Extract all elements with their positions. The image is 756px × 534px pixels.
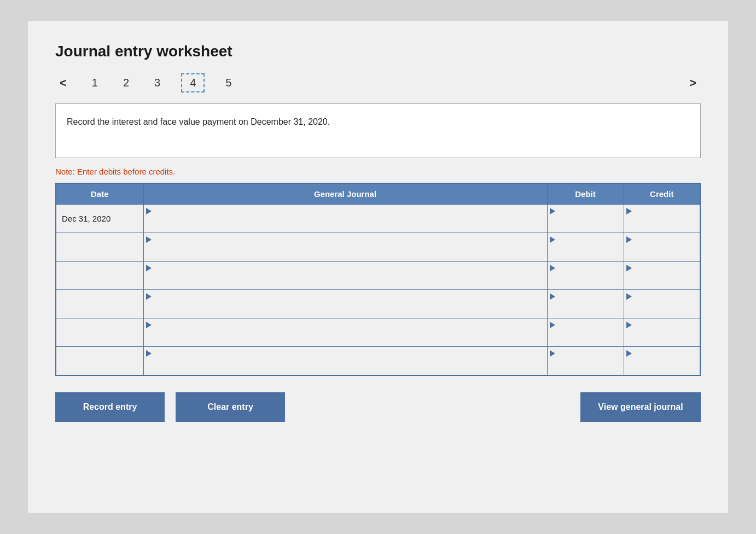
tri-indicator-j4 [146, 293, 152, 300]
credit-input-4[interactable] [624, 290, 700, 318]
debit-cell-4[interactable] [547, 290, 624, 318]
tri-indicator-j1 [146, 208, 152, 214]
tri-indicator-d1 [550, 208, 555, 214]
debit-cell-2[interactable] [547, 233, 624, 262]
credit-cell-1[interactable] [624, 205, 700, 233]
journal-input-2[interactable] [144, 233, 547, 261]
debit-input-3[interactable] [548, 262, 624, 289]
journal-cell-4[interactable] [143, 290, 547, 318]
journal-input-6[interactable] [144, 347, 547, 375]
tri-indicator-c5 [626, 322, 632, 328]
credit-cell-2[interactable] [624, 233, 700, 262]
pagination-row: < 1 2 3 4 5 > [55, 73, 701, 92]
instruction-text: Record the interest and face value payme… [67, 117, 330, 126]
journal-cell-3[interactable] [143, 262, 547, 290]
tri-indicator-c6 [626, 350, 632, 357]
page-4-active[interactable]: 4 [181, 73, 205, 92]
next-arrow[interactable]: > [685, 74, 701, 92]
date-cell-4 [56, 290, 143, 318]
view-general-journal-button[interactable]: View general journal [580, 392, 701, 422]
debit-cell-5[interactable] [547, 318, 624, 347]
journal-cell-1[interactable] [143, 205, 547, 233]
record-entry-button[interactable]: Record entry [55, 392, 165, 422]
journal-cell-2[interactable] [143, 233, 547, 262]
header-debit: Debit [547, 183, 624, 205]
tri-indicator-d5 [550, 322, 555, 328]
date-cell-2 [56, 233, 143, 262]
debit-cell-3[interactable] [547, 262, 624, 290]
page-title: Journal entry worksheet [55, 43, 701, 60]
date-cell-5 [56, 318, 143, 347]
credit-input-6[interactable] [624, 347, 700, 375]
tri-indicator-d4 [550, 293, 555, 300]
credit-input-1[interactable] [624, 205, 700, 233]
credit-input-2[interactable] [624, 233, 700, 261]
clear-entry-button[interactable]: Clear entry [176, 392, 285, 422]
date-cell-6 [56, 347, 143, 375]
debit-cell-1[interactable] [547, 205, 624, 233]
page-2[interactable]: 2 [119, 74, 133, 91]
note-text: Note: Enter debits before credits. [55, 167, 701, 176]
tri-indicator-j6 [146, 350, 152, 357]
debit-input-1[interactable] [548, 205, 624, 233]
journal-input-5[interactable] [144, 318, 547, 346]
journal-cell-6[interactable] [143, 347, 547, 375]
journal-input-4[interactable] [144, 290, 547, 318]
date-cell-3 [56, 262, 143, 290]
credit-cell-5[interactable] [624, 318, 700, 347]
page-1[interactable]: 1 [88, 74, 102, 91]
header-date: Date [56, 183, 143, 205]
header-general-journal: General Journal [143, 183, 547, 205]
debit-cell-6[interactable] [547, 347, 624, 375]
main-container: Journal entry worksheet < 1 2 3 4 5 > Re… [28, 21, 728, 513]
page-3[interactable]: 3 [150, 74, 165, 91]
credit-input-5[interactable] [624, 318, 700, 346]
table-row [56, 262, 700, 290]
tri-indicator-d6 [550, 350, 555, 357]
debit-input-5[interactable] [548, 318, 624, 346]
header-credit: Credit [624, 183, 700, 205]
instruction-box: Record the interest and face value payme… [55, 103, 701, 158]
journal-table: Date General Journal Debit Credit Dec 31… [55, 183, 701, 376]
buttons-row: Record entry Clear entry View general jo… [55, 392, 701, 422]
table-row [56, 318, 700, 347]
credit-cell-4[interactable] [624, 290, 700, 318]
tri-indicator-c3 [626, 265, 632, 271]
credit-cell-3[interactable] [624, 262, 700, 290]
tri-indicator-d3 [550, 265, 555, 271]
table-row [56, 347, 700, 375]
journal-input-1[interactable] [144, 205, 547, 233]
table-row [56, 233, 700, 262]
prev-arrow[interactable]: < [55, 74, 71, 92]
tri-indicator-j2 [146, 236, 152, 243]
debit-input-6[interactable] [548, 347, 624, 375]
credit-input-3[interactable] [624, 262, 700, 289]
journal-input-3[interactable] [144, 262, 547, 289]
credit-cell-6[interactable] [624, 347, 700, 375]
table-row [56, 290, 700, 318]
table-row: Dec 31, 2020 [56, 205, 700, 233]
tri-indicator-j5 [146, 322, 152, 328]
journal-cell-5[interactable] [143, 318, 547, 347]
date-cell-1: Dec 31, 2020 [56, 205, 143, 233]
tri-indicator-c1 [626, 208, 632, 214]
tri-indicator-c2 [626, 236, 632, 243]
debit-input-4[interactable] [548, 290, 624, 318]
page-5[interactable]: 5 [221, 74, 236, 91]
tri-indicator-c4 [626, 293, 632, 300]
tri-indicator-d2 [550, 236, 555, 243]
debit-input-2[interactable] [548, 233, 624, 261]
tri-indicator-j3 [146, 265, 152, 271]
